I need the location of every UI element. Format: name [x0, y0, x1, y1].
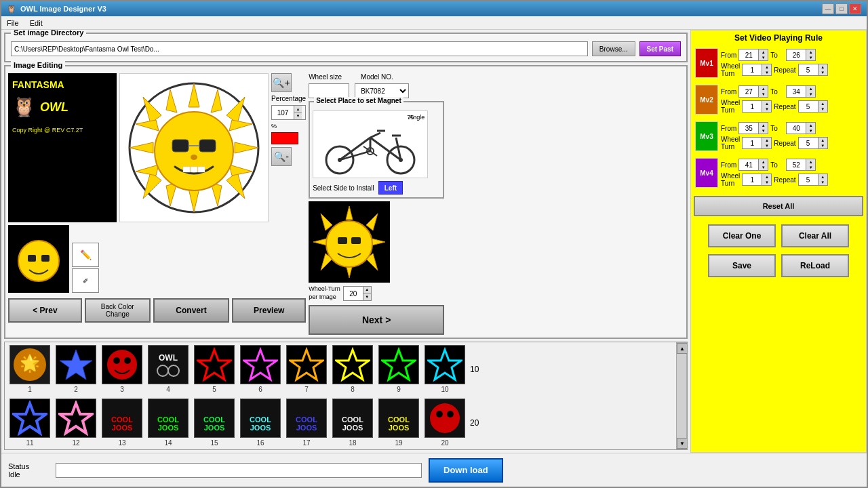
list-item[interactable]: COOLJOOS 16 [238, 399, 283, 447]
mv4-repeat-down[interactable]: ▼ [818, 180, 827, 185]
menu-file[interactable]: File [4, 19, 22, 27]
list-item[interactable]: 8 [330, 345, 375, 393]
wheel-turn-down[interactable]: ▼ [363, 293, 371, 300]
pencil-button[interactable]: ✏️ [72, 243, 99, 267]
list-item[interactable]: 10 [422, 345, 467, 393]
side-label: Select Side to Install [313, 184, 374, 192]
percentage-up[interactable]: ▲ [294, 106, 302, 113]
mv2-to-up[interactable]: ▲ [806, 86, 815, 92]
mv2-wheel-up[interactable]: ▲ [762, 101, 771, 106]
list-item[interactable]: 9 [376, 345, 421, 393]
save-button[interactable]: Save [708, 254, 776, 277]
setpast-button[interactable]: Set Past [639, 41, 681, 56]
mv3-to-down[interactable]: ▼ [806, 128, 815, 134]
list-item[interactable]: 20 [422, 399, 467, 447]
mv4-from-up[interactable]: ▲ [758, 159, 768, 165]
mv3-wheel-up[interactable]: ▲ [762, 138, 771, 143]
download-button[interactable]: Down load [429, 458, 503, 483]
list-item[interactable]: 6 [238, 345, 283, 393]
list-item[interactable]: 🌟 1 [7, 345, 52, 393]
mv2-to-label: To [770, 88, 784, 96]
mv4-repeat-up[interactable]: ▲ [818, 174, 827, 180]
back-color-button[interactable]: Back ColorChange [85, 298, 151, 323]
reload-button[interactable]: ReLoad [781, 254, 849, 277]
mv1-to-down[interactable]: ▼ [806, 55, 815, 60]
maximize-button[interactable]: □ [835, 3, 848, 14]
mv4-to-up[interactable]: ▲ [806, 159, 815, 165]
list-item[interactable]: COOLJOOS 18 [330, 399, 375, 447]
mv1-to-up[interactable]: ▲ [806, 49, 815, 55]
prev-button[interactable]: < Prev [8, 298, 82, 323]
pencil-label-button[interactable]: ✐ [72, 268, 99, 293]
mv3-to-value: 40 [787, 123, 806, 134]
mv3-from-row: From 35 ▲▼ To 40 ▲▼ [721, 122, 862, 134]
zoom-out-button[interactable]: 🔍- [271, 147, 292, 166]
wheel-turn-row: Wheel-Turnper Image 20 ▲ ▼ [309, 285, 444, 301]
zoom-in-button[interactable]: 🔍+ [271, 73, 292, 92]
clear-all-button[interactable]: Clear All [781, 224, 849, 247]
close-button[interactable]: ✕ [849, 3, 861, 14]
mv4-from-down[interactable]: ▼ [758, 165, 768, 170]
mv3-wheel-down[interactable]: ▼ [762, 143, 771, 148]
directory-input[interactable] [11, 41, 588, 56]
list-item[interactable]: OWL 4 [146, 345, 191, 393]
mv4-wheel-up[interactable]: ▲ [762, 174, 771, 180]
mv4-to-down[interactable]: ▼ [806, 165, 815, 170]
svg-text:JOOS: JOOS [250, 424, 271, 432]
sun-thumb [309, 201, 390, 283]
side-left-button[interactable]: Left [378, 181, 403, 195]
percentage-down[interactable]: ▼ [294, 113, 302, 120]
list-item[interactable]: COOLJOOS 17 [284, 399, 329, 447]
mv1-from-down[interactable]: ▼ [758, 55, 768, 60]
mv1-repeat-down[interactable]: ▼ [818, 70, 827, 75]
mv1-badge: Mv1 [695, 48, 718, 78]
list-item[interactable]: COOLJOOS 19 [376, 399, 421, 447]
strip-num-4: 4 [166, 386, 170, 393]
svg-text:JOOS: JOOS [389, 424, 410, 432]
row1-end-num: 10 [469, 365, 479, 374]
clear-one-button[interactable]: Clear One [708, 224, 776, 247]
list-item[interactable]: 2 [54, 345, 98, 393]
mv3-from-up[interactable]: ▲ [758, 123, 768, 128]
list-item[interactable]: COOLJOOS 13 [100, 399, 144, 447]
mv2-repeat-down[interactable]: ▼ [818, 106, 827, 112]
mv1-repeat-up[interactable]: ▲ [818, 64, 827, 70]
mv2-from-up[interactable]: ▲ [758, 86, 768, 92]
wheel-size-input[interactable] [309, 83, 349, 98]
list-item[interactable]: COOLJOOS 15 [192, 399, 237, 447]
mv4-wheel-down[interactable]: ▼ [762, 180, 771, 185]
mv1-from-value: 21 [739, 49, 758, 60]
wheel-turn-up[interactable]: ▲ [363, 287, 371, 293]
mv1-from-up[interactable]: ▲ [758, 49, 768, 55]
mv2-wheel-down[interactable]: ▼ [762, 106, 771, 112]
model-select[interactable]: BK7082 [355, 83, 409, 98]
strip-img-15: COOLJOOS [194, 399, 235, 438]
convert-button[interactable]: Convert [153, 298, 230, 323]
list-item[interactable]: 12 [54, 399, 98, 447]
list-item[interactable]: 7 [284, 345, 329, 393]
strip-img-8 [332, 345, 373, 384]
preview-button[interactable]: Preview [232, 298, 306, 323]
strip-scroll-down[interactable]: ▼ [677, 438, 687, 449]
mv3-repeat-up[interactable]: ▲ [818, 138, 827, 143]
mv3-to-up[interactable]: ▲ [806, 123, 815, 128]
next-button[interactable]: Next > [309, 305, 444, 335]
mv1-wheel-down[interactable]: ▼ [762, 70, 771, 75]
mv1-wheel-up[interactable]: ▲ [762, 64, 771, 70]
list-item[interactable]: 5 [192, 345, 237, 393]
menu-edit[interactable]: Edit [27, 19, 45, 27]
minimize-button[interactable]: — [822, 3, 834, 14]
reset-all-button[interactable]: Reset All [694, 196, 863, 216]
strip-scroll-up[interactable]: ▲ [677, 343, 687, 354]
mv2-repeat-up[interactable]: ▲ [818, 101, 827, 106]
list-item[interactable]: 11 [7, 399, 52, 447]
mv2-from-down[interactable]: ▼ [758, 92, 768, 97]
mv3-from-down[interactable]: ▼ [758, 128, 768, 134]
browse-button[interactable]: Browse... [592, 41, 635, 56]
percentage-spin-buttons: ▲ ▼ [294, 106, 302, 119]
list-item[interactable]: COOLJOOS 14 [146, 399, 191, 447]
mv2-to-down[interactable]: ▼ [806, 92, 815, 97]
list-item[interactable]: 3 [100, 345, 144, 393]
mv3-repeat-down[interactable]: ▼ [818, 143, 827, 148]
svg-marker-46 [372, 239, 385, 245]
